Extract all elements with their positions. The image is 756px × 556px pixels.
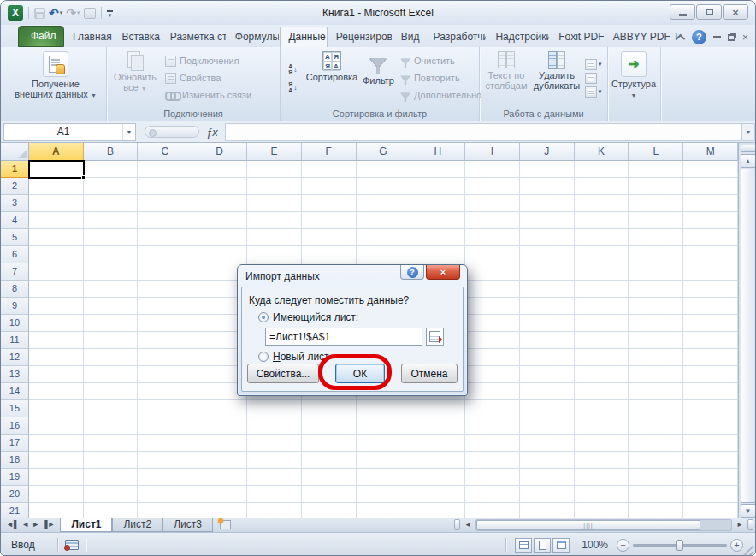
cell-K14[interactable] xyxy=(575,383,629,400)
cell-J8[interactable] xyxy=(520,281,575,298)
clear-filter-button[interactable]: Очистить xyxy=(397,52,485,69)
row-header-20[interactable]: 20 xyxy=(1,486,29,503)
cell-M15[interactable] xyxy=(683,400,738,417)
cell-F1[interactable] xyxy=(302,161,357,178)
tab-split-handle[interactable] xyxy=(454,519,460,530)
cell-F18[interactable] xyxy=(302,452,357,469)
row-header-11[interactable]: 11 xyxy=(1,332,29,349)
cell-M6[interactable] xyxy=(683,246,738,263)
cell-C3[interactable] xyxy=(138,195,192,212)
cell-F6[interactable] xyxy=(302,246,357,263)
cell-C12[interactable] xyxy=(138,349,192,366)
cell-D3[interactable] xyxy=(192,195,247,212)
cell-C18[interactable] xyxy=(138,452,192,469)
cell-A10[interactable] xyxy=(29,315,84,332)
cell-H1[interactable] xyxy=(410,161,465,178)
cell-A3[interactable] xyxy=(29,195,84,212)
column-header-G[interactable]: G xyxy=(357,143,411,161)
cell-B13[interactable] xyxy=(84,366,139,383)
cell-J14[interactable] xyxy=(520,383,575,400)
cell-J21[interactable] xyxy=(520,503,575,518)
scroll-down-icon[interactable]: ▼ xyxy=(741,504,756,518)
tab-insert[interactable]: Вставка xyxy=(113,27,161,47)
cell-I4[interactable] xyxy=(465,212,520,229)
cell-C1[interactable] xyxy=(138,161,192,178)
cell-F20[interactable] xyxy=(302,486,357,503)
formula-bar-handle[interactable] xyxy=(145,126,199,138)
cell-C9[interactable] xyxy=(138,298,192,315)
row-header-3[interactable]: 3 xyxy=(1,195,29,212)
edit-links-button[interactable]: Изменить связи xyxy=(162,86,255,104)
cell-G16[interactable] xyxy=(357,417,411,435)
cell-L18[interactable] xyxy=(629,452,683,469)
cell-J16[interactable] xyxy=(520,417,575,435)
cell-M16[interactable] xyxy=(683,417,738,435)
cell-A8[interactable] xyxy=(29,281,84,298)
cell-J9[interactable] xyxy=(520,298,575,315)
column-header-K[interactable]: K xyxy=(575,143,629,161)
row-header-9[interactable]: 9 xyxy=(1,298,29,315)
cell-L21[interactable] xyxy=(629,503,683,518)
cell-F15[interactable] xyxy=(302,400,357,417)
cell-H19[interactable] xyxy=(410,469,465,486)
column-header-M[interactable]: M xyxy=(683,143,738,161)
row-header-14[interactable]: 14 xyxy=(1,383,29,400)
cell-B4[interactable] xyxy=(84,212,139,229)
tab-data[interactable]: Данные xyxy=(280,27,327,47)
cell-C11[interactable] xyxy=(138,332,192,349)
column-header-A[interactable]: A xyxy=(29,143,84,161)
existing-sheet-radio[interactable] xyxy=(258,312,269,322)
cell-B16[interactable] xyxy=(84,417,139,435)
vertical-scrollbar[interactable]: ▲ ▼ xyxy=(738,143,756,518)
cell-L16[interactable] xyxy=(629,417,683,435)
cell-C6[interactable] xyxy=(138,246,192,263)
cell-M20[interactable] xyxy=(683,486,738,503)
cell-K9[interactable] xyxy=(575,298,629,315)
cell-F16[interactable] xyxy=(302,417,357,435)
cell-K12[interactable] xyxy=(575,349,629,366)
cell-I5[interactable] xyxy=(465,229,520,246)
zoom-slider[interactable] xyxy=(633,544,727,547)
horizontal-split-handle[interactable] xyxy=(747,519,753,530)
cell-J20[interactable] xyxy=(520,486,575,503)
properties-button[interactable]: Свойства xyxy=(162,69,255,86)
cell-A14[interactable] xyxy=(29,383,84,400)
expand-formula-bar-icon[interactable]: ▼ xyxy=(741,123,755,141)
cell-L7[interactable] xyxy=(629,263,683,281)
cell-M8[interactable] xyxy=(683,281,738,298)
cell-M7[interactable] xyxy=(683,263,738,281)
cell-L12[interactable] xyxy=(629,349,683,366)
range-input[interactable]: =Лист1!$A$1 xyxy=(265,328,422,346)
cell-L9[interactable] xyxy=(629,298,683,315)
cell-E15[interactable] xyxy=(247,400,302,417)
range-picker-button[interactable] xyxy=(426,328,444,346)
cell-L3[interactable] xyxy=(629,195,683,212)
dialog-help-button[interactable]: ? xyxy=(400,265,424,280)
cell-H2[interactable] xyxy=(410,178,465,195)
column-header-I[interactable]: I xyxy=(465,143,520,161)
cell-K10[interactable] xyxy=(575,315,629,332)
dialog-close-button[interactable]: × xyxy=(426,265,460,280)
cell-J2[interactable] xyxy=(520,178,575,195)
cell-M13[interactable] xyxy=(683,366,738,383)
cell-D2[interactable] xyxy=(192,178,247,195)
cell-K5[interactable] xyxy=(575,229,629,246)
cell-A17[interactable] xyxy=(29,435,84,452)
cell-H5[interactable] xyxy=(410,229,465,246)
prev-sheet-icon[interactable]: ◄ xyxy=(21,521,29,529)
cell-G21[interactable] xyxy=(357,503,411,518)
cell-K18[interactable] xyxy=(575,452,629,469)
cell-A7[interactable] xyxy=(29,263,84,281)
cell-M14[interactable] xyxy=(683,383,738,400)
help-icon[interactable]: ? xyxy=(692,30,706,44)
cell-G15[interactable] xyxy=(357,400,411,417)
tab-addins[interactable]: Надстройки xyxy=(487,27,550,47)
text-to-columns-button[interactable]: Текст по столбцам xyxy=(481,50,531,106)
ok-button[interactable]: ОК xyxy=(335,364,385,383)
cell-D4[interactable] xyxy=(192,212,247,229)
cell-L15[interactable] xyxy=(629,400,683,417)
row-header-2[interactable]: 2 xyxy=(1,178,29,195)
data-validation-button[interactable]: ▾ xyxy=(585,59,602,70)
tab-developer[interactable]: Разработчи xyxy=(425,27,487,47)
what-if-analysis-button[interactable]: ▾ xyxy=(585,86,602,98)
